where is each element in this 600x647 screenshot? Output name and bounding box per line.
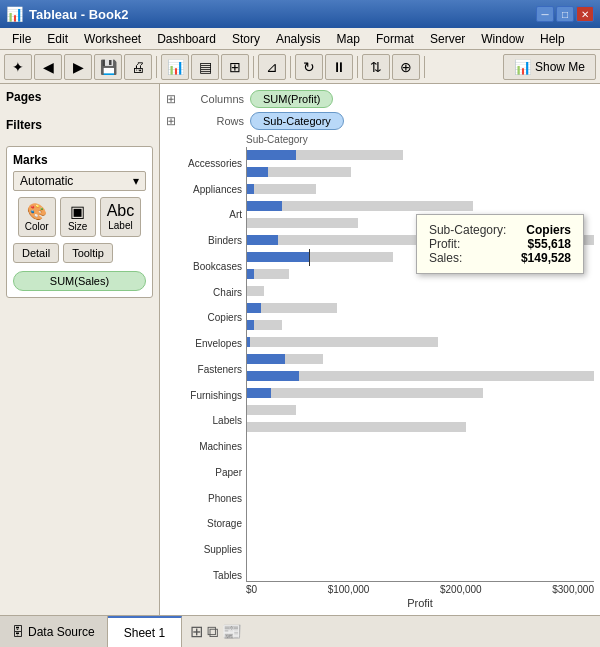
toolbar-save-button[interactable]: 💾 bbox=[94, 54, 122, 80]
table-row bbox=[247, 198, 594, 215]
columns-pill[interactable]: SUM(Profit) bbox=[250, 90, 333, 108]
table-row bbox=[247, 317, 594, 334]
toolbar-filter-button[interactable]: ⊿ bbox=[258, 54, 286, 80]
close-button[interactable]: ✕ bbox=[576, 6, 594, 22]
x-axis-title: Profit bbox=[246, 597, 594, 609]
marks-type-label: Automatic bbox=[20, 174, 73, 188]
menu-window[interactable]: Window bbox=[473, 30, 532, 48]
sheet-label: Sheet 1 bbox=[124, 626, 165, 640]
toolbar-sep-5 bbox=[424, 56, 425, 78]
table-row bbox=[247, 147, 594, 164]
tooltip-profit-value: $55,618 bbox=[528, 237, 571, 251]
toolbar-add-button[interactable]: ✦ bbox=[4, 54, 32, 80]
menu-analysis[interactable]: Analysis bbox=[268, 30, 329, 48]
menu-help[interactable]: Help bbox=[532, 30, 573, 48]
window-controls[interactable]: ─ □ ✕ bbox=[536, 6, 594, 22]
y-axis-label: Accessories bbox=[188, 156, 242, 172]
rows-label: Rows bbox=[184, 115, 244, 127]
rows-icon: ⊞ bbox=[166, 114, 176, 128]
sum-sales-pill[interactable]: SUM(Sales) bbox=[13, 271, 146, 291]
y-axis-label: Labels bbox=[213, 413, 242, 429]
maximize-button[interactable]: □ bbox=[556, 6, 574, 22]
marks-type-dropdown[interactable]: Automatic ▾ bbox=[13, 171, 146, 191]
menu-format[interactable]: Format bbox=[368, 30, 422, 48]
bar-foreground bbox=[247, 150, 296, 160]
tooltip-profit-label: Profit: bbox=[429, 237, 460, 251]
table-row bbox=[247, 368, 594, 385]
y-axis-label: Supplies bbox=[204, 542, 242, 558]
color-button[interactable]: 🎨 Color bbox=[18, 197, 56, 237]
toolbar-table-button[interactable]: ▤ bbox=[191, 54, 219, 80]
toolbar: ✦ ◀ ▶ 💾 🖨 📊 ▤ ⊞ ⊿ ↻ ⏸ ⇅ ⊕ 📊 Show Me bbox=[0, 50, 600, 84]
y-axis-label: Appliances bbox=[193, 182, 242, 198]
toolbar-group-button[interactable]: ⊕ bbox=[392, 54, 420, 80]
new-sheet-icon[interactable]: ⊞ bbox=[190, 622, 203, 641]
y-axis-label: Furnishings bbox=[190, 388, 242, 404]
marks-section: Marks Automatic ▾ 🎨 Color ▣ Size Abc Lab… bbox=[6, 146, 153, 298]
toolbar-pause-button[interactable]: ⏸ bbox=[325, 54, 353, 80]
bar-foreground bbox=[247, 167, 268, 177]
bar-foreground bbox=[247, 354, 285, 364]
marks-title: Marks bbox=[13, 153, 146, 167]
subcat-header: Sub-Category bbox=[246, 134, 594, 145]
left-panel: Pages Filters Marks Automatic ▾ 🎨 Color … bbox=[0, 84, 160, 615]
tooltip-profit-row: Profit: $55,618 bbox=[429, 237, 571, 251]
table-row bbox=[247, 164, 594, 181]
label-label: Label bbox=[108, 220, 132, 231]
table-row bbox=[247, 181, 594, 198]
tooltip-sales-row: Sales: $149,528 bbox=[429, 251, 571, 265]
y-axis-label: Fasteners bbox=[198, 362, 242, 378]
y-axis-label: Bookcases bbox=[193, 259, 242, 275]
filters-section: Filters bbox=[6, 118, 153, 136]
toolbar-print-button[interactable]: 🖨 bbox=[124, 54, 152, 80]
size-button[interactable]: ▣ Size bbox=[60, 197, 96, 237]
bar-background bbox=[247, 337, 438, 347]
detail-button[interactable]: Detail bbox=[13, 243, 59, 263]
toolbar-sort-button[interactable]: ⇅ bbox=[362, 54, 390, 80]
label-button[interactable]: Abc Label bbox=[100, 197, 142, 237]
sheet-tab[interactable]: Sheet 1 bbox=[108, 616, 182, 647]
rows-pill[interactable]: Sub-Category bbox=[250, 112, 344, 130]
tooltip-sales-value: $149,528 bbox=[521, 251, 571, 265]
pages-title: Pages bbox=[6, 90, 153, 104]
columns-shelf: ⊞ Columns SUM(Profit) bbox=[166, 90, 594, 108]
new-story-icon[interactable]: 📰 bbox=[222, 622, 242, 641]
toolbar-sep-4 bbox=[357, 56, 358, 78]
toolbar-back-button[interactable]: ◀ bbox=[34, 54, 62, 80]
bar-foreground bbox=[247, 303, 261, 313]
size-icon: ▣ bbox=[70, 202, 85, 221]
y-axis-label: Art bbox=[229, 207, 242, 223]
bar-background bbox=[247, 218, 358, 228]
viz-container: Sub-Category AccessoriesAppliancesArtBin… bbox=[166, 134, 594, 609]
table-row bbox=[247, 283, 594, 300]
show-me-button[interactable]: 📊 Show Me bbox=[503, 54, 596, 80]
toolbar-sep-3 bbox=[290, 56, 291, 78]
y-axis-label: Envelopes bbox=[195, 336, 242, 352]
tooltip-button[interactable]: Tooltip bbox=[63, 243, 113, 263]
new-dashboard-icon[interactable]: ⧉ bbox=[207, 623, 218, 641]
size-label: Size bbox=[68, 221, 87, 232]
menu-map[interactable]: Map bbox=[329, 30, 368, 48]
data-source-tab[interactable]: 🗄 Data Source bbox=[0, 616, 108, 647]
minimize-button[interactable]: ─ bbox=[536, 6, 554, 22]
menu-worksheet[interactable]: Worksheet bbox=[76, 30, 149, 48]
bar-background bbox=[247, 184, 316, 194]
toolbar-chart-button[interactable]: 📊 bbox=[161, 54, 189, 80]
toolbar-forward-button[interactable]: ▶ bbox=[64, 54, 92, 80]
bar-foreground bbox=[247, 371, 299, 381]
toolbar-view-button[interactable]: ⊞ bbox=[221, 54, 249, 80]
toolbar-refresh-button[interactable]: ↻ bbox=[295, 54, 323, 80]
chart-area: ⊞ Columns SUM(Profit) ⊞ Rows Sub-Categor… bbox=[160, 84, 600, 615]
menu-story[interactable]: Story bbox=[224, 30, 268, 48]
menu-file[interactable]: File bbox=[4, 30, 39, 48]
y-axis-label: Storage bbox=[207, 516, 242, 532]
bar-foreground bbox=[247, 337, 250, 347]
menu-edit[interactable]: Edit bbox=[39, 30, 76, 48]
columns-icon: ⊞ bbox=[166, 92, 176, 106]
table-row bbox=[247, 385, 594, 402]
color-label: Color bbox=[25, 221, 49, 232]
menu-server[interactable]: Server bbox=[422, 30, 473, 48]
bar-foreground bbox=[247, 235, 278, 245]
window-title: Tableau - Book2 bbox=[29, 7, 128, 22]
menu-dashboard[interactable]: Dashboard bbox=[149, 30, 224, 48]
